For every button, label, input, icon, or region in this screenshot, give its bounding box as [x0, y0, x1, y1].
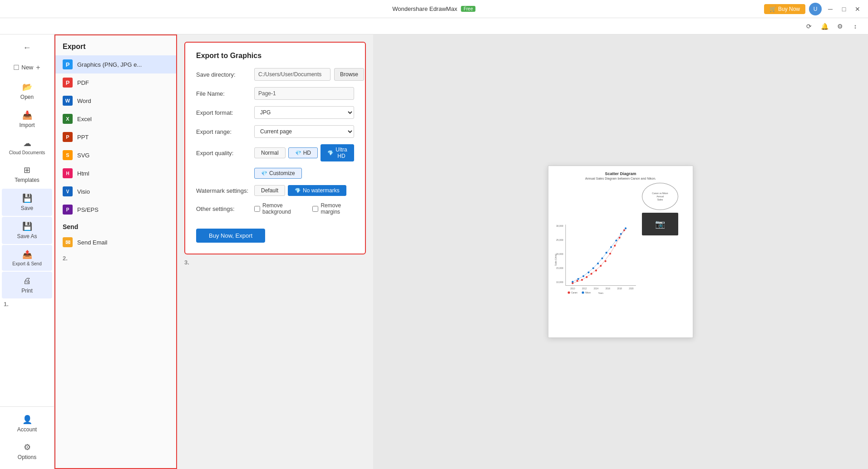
other-settings-group: Remove background Remove margins	[254, 202, 354, 215]
titlebar: Wondershare EdrawMax Free 🛒 Buy Now U ─ …	[0, 0, 868, 18]
print-icon: 🖨	[23, 276, 31, 286]
svg-text:25,000: 25,000	[556, 239, 563, 241]
export-item-ps[interactable]: P PS/EPS	[55, 200, 176, 219]
back-icon: ←	[23, 43, 31, 53]
export-format-row: Export format: JPG PNG BMP GIF TIFF SVG	[196, 106, 354, 119]
export-format-label: Export format:	[196, 109, 251, 116]
maximize-button[interactable]: □	[839, 4, 849, 14]
other-settings-row: Other settings: Remove background Remove…	[196, 202, 354, 215]
watermark-none-button[interactable]: 💎 No watermarks	[288, 185, 346, 196]
sidebar-item-new[interactable]: □ New +	[2, 58, 52, 77]
layout-icon[interactable]: ↕	[850, 21, 861, 32]
camera-thumbnail: 📷	[642, 213, 678, 235]
watermark-row: Watermark settings: Default 💎 No waterma…	[196, 185, 354, 196]
sidebar-cloud-label: Cloud Documents	[9, 150, 45, 155]
titlebar-center: Wondershare EdrawMax Free	[392, 5, 475, 12]
chart-title: Scatter Diagram	[605, 171, 636, 176]
step1-label: 1.	[0, 299, 54, 309]
export-ps-label: PS/EPS	[77, 206, 99, 213]
svg-point-39	[567, 291, 570, 293]
sidebar-open-label: Open	[20, 94, 34, 100]
export-format-select[interactable]: JPG PNG BMP GIF TIFF SVG	[254, 106, 354, 119]
sidebar-import-label: Import	[19, 122, 35, 128]
customize-button[interactable]: 💎 Customize	[254, 168, 302, 179]
sidebar-item-cloud[interactable]: ☁ Cloud Documents	[2, 134, 52, 160]
buy-export-button[interactable]: Buy Now, Export	[196, 229, 265, 243]
export-item-email[interactable]: ✉ Send Email	[55, 233, 176, 251]
export-item-pdf[interactable]: P PDF	[55, 73, 176, 92]
app-badge: Free	[461, 6, 476, 12]
scatter-chart-area: 30,000 25,000 20,000 15,000 10,000 2010 …	[554, 183, 638, 332]
remove-background-check[interactable]: Remove background	[254, 202, 303, 215]
options-icon: ⚙	[24, 442, 31, 452]
sidebar-item-print[interactable]: 🖨 Print	[2, 272, 52, 298]
quality-uhd-button[interactable]: 💎 Ultra HD	[321, 144, 354, 161]
export-email-label: Send Email	[77, 239, 107, 246]
svg-point-41	[582, 291, 584, 293]
save-icon: 💾	[22, 193, 32, 203]
save-directory-label: Save directory:	[196, 71, 251, 78]
export-item-ppt[interactable]: P PPT	[55, 128, 176, 146]
cloud-icon: ☁	[23, 138, 31, 148]
browse-button[interactable]: Browse	[334, 68, 364, 81]
export-item-html[interactable]: H Html	[55, 164, 176, 182]
watermark-group: Default 💎 No watermarks	[254, 185, 346, 196]
close-button[interactable]: ✕	[853, 4, 863, 14]
file-name-input[interactable]	[254, 87, 354, 100]
minimize-button[interactable]: ─	[825, 4, 835, 14]
svg-text:2014: 2014	[594, 288, 599, 290]
sidebar-item-export[interactable]: 📤 Export & Send	[2, 245, 52, 271]
toolbar-row: ⟳ 🔔 ⚙ ↕	[0, 18, 868, 34]
gem-hd-icon: 💎	[295, 150, 301, 156]
export-svg-label: SVG	[77, 152, 89, 159]
export-word-label: Word	[77, 98, 91, 104]
export-item-excel[interactable]: X Excel	[55, 110, 176, 128]
export-range-select[interactable]: Current page All pages Selection	[254, 125, 354, 138]
sidebar-new-label: New	[21, 64, 33, 71]
export-item-visio[interactable]: V Visio	[55, 182, 176, 200]
sidebar-item-save[interactable]: 💾 Save	[2, 189, 52, 216]
quality-hd-button[interactable]: 💎 HD	[288, 147, 318, 158]
sidebar-item-templates[interactable]: ⊞ Templates	[2, 161, 52, 188]
remove-margins-check[interactable]: Remove margins	[312, 202, 354, 215]
quality-normal-button[interactable]: Normal	[254, 147, 286, 158]
export-item-word[interactable]: W Word	[55, 92, 176, 110]
svg-text:2010: 2010	[570, 288, 575, 290]
html-icon: H	[63, 168, 73, 178]
gem-wm-icon: 💎	[295, 188, 301, 194]
sidebar-item-back[interactable]: ←	[2, 39, 52, 57]
gem-customize-icon: 💎	[261, 171, 267, 176]
scatter-container: 30,000 25,000 20,000 15,000 10,000 2010 …	[554, 183, 687, 332]
save-directory-row: Save directory: Browse	[196, 68, 354, 81]
settings-icon[interactable]: ⚙	[834, 21, 845, 32]
export-item-graphics[interactable]: P Graphics (PNG, JPG e...	[55, 55, 176, 73]
remove-margins-label: Remove margins	[321, 202, 354, 215]
remove-margins-checkbox[interactable]	[312, 206, 318, 212]
avatar[interactable]: U	[809, 3, 822, 15]
sidebar-item-open[interactable]: 📂 Open	[2, 78, 52, 105]
chart-subtitle: Annual Sales Diagram between Canon and N…	[585, 177, 656, 180]
sidebar-item-import[interactable]: 📥 Import	[2, 106, 52, 133]
annotation-circle: Canon vs NikonAnnualSales	[642, 183, 678, 210]
export-range-label: Export range:	[196, 128, 251, 135]
png-icon: P	[63, 59, 73, 69]
file-name-label: File Name:	[196, 90, 251, 97]
svg-text:2016: 2016	[606, 288, 611, 290]
bell-icon[interactable]: 🔔	[819, 21, 830, 32]
export-icon: 📤	[22, 249, 32, 259]
quality-group: Normal 💎 HD 💎 Ultra HD	[254, 144, 354, 161]
sidebar-item-options[interactable]: ⚙ Options	[2, 438, 52, 465]
buy-now-button[interactable]: 🛒 Buy Now	[764, 4, 805, 14]
sidebar-item-account[interactable]: 👤 Account	[2, 410, 52, 437]
remove-background-checkbox[interactable]	[254, 206, 260, 212]
save-directory-input[interactable]	[254, 68, 330, 81]
import-icon: 📥	[22, 110, 32, 120]
cart-icon: 🛒	[769, 6, 776, 12]
export-item-svg[interactable]: S SVG	[55, 146, 176, 164]
preview-frame: Scatter Diagram Annual Sales Diagram bet…	[548, 166, 693, 338]
svg-text:Sales (Units): Sales (Units)	[555, 254, 557, 266]
watermark-default-button[interactable]: Default	[254, 185, 285, 196]
new-icon: □	[14, 63, 19, 72]
refresh-icon[interactable]: ⟳	[804, 21, 814, 32]
sidebar-item-saveas[interactable]: 💾 Save As	[2, 217, 52, 244]
